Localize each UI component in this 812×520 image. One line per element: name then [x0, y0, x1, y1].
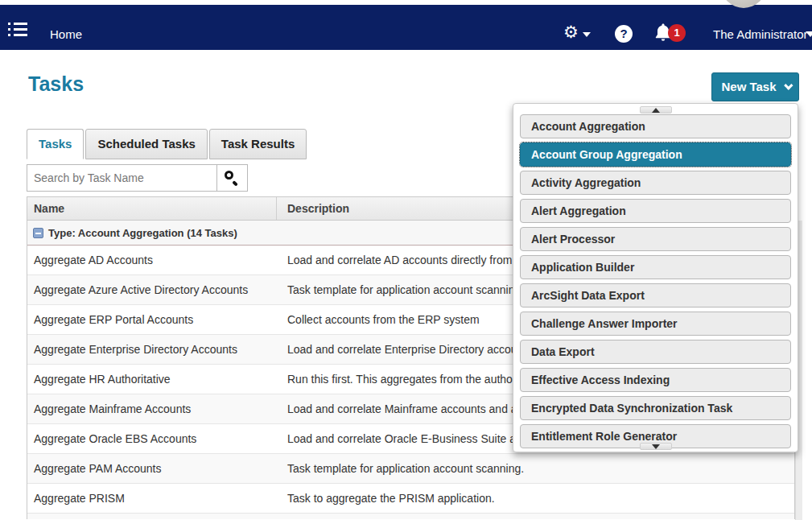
table-row[interactable]: Aggregate PRISM Task to aggregate the PR… — [27, 484, 794, 514]
notification-badge: 1 — [668, 24, 686, 42]
dropdown-item[interactable]: Alert Aggregation — [520, 199, 791, 223]
user-menu[interactable]: The Administrator — [713, 27, 808, 41]
search-icon — [225, 171, 239, 185]
dropdown-item[interactable]: Effective Access Indexing — [520, 368, 791, 392]
app-root: { "topbar": { "home_label": "Home", "use… — [0, 0, 812, 520]
dropdown-item[interactable]: Account Group Aggregation — [520, 142, 791, 167]
tab[interactable]: Task Results — [209, 129, 307, 159]
help-icon[interactable]: ? — [615, 25, 633, 43]
task-description-cell: Task template for application account sc… — [277, 454, 794, 483]
column-header-name[interactable]: Name — [27, 197, 277, 220]
dropdown-item[interactable]: Application Builder — [520, 255, 791, 279]
dropdown-item[interactable]: ArcSight Data Export — [520, 283, 791, 307]
dropdown-item[interactable]: Account Aggregation — [520, 114, 791, 138]
task-name-cell[interactable]: Aggregate PRISM — [27, 484, 277, 513]
arrow-down-icon — [652, 444, 660, 449]
dropdown-item[interactable]: Alert Processor — [520, 227, 791, 251]
task-description-cell: Task to aggregate the PRISM application. — [277, 484, 794, 513]
task-name-cell[interactable]: Aggregate Enterprise Directory Accounts — [27, 335, 277, 364]
user-caret-icon — [806, 31, 812, 37]
notifications-button[interactable]: 1 — [653, 23, 673, 43]
dropdown-item[interactable]: Data Export — [520, 340, 791, 364]
dropdown-item[interactable]: Activity Aggregation — [520, 171, 791, 195]
search-button[interactable] — [216, 164, 248, 192]
arrow-up-icon — [652, 108, 660, 113]
menu-list-icon[interactable] — [8, 22, 27, 38]
tab[interactable]: Tasks — [27, 129, 84, 159]
table-row[interactable]: Aggregate PAM Accounts Task template for… — [27, 454, 794, 484]
task-name-cell[interactable]: Aggregate Mainframe Accounts — [27, 394, 277, 423]
chevron-down-icon — [784, 81, 793, 90]
group-header-label: Type: Account Aggregation (14 Tasks) — [48, 227, 237, 239]
scroll-up-button[interactable] — [640, 106, 672, 113]
collapse-icon[interactable] — [33, 228, 43, 238]
table-row-partial — [27, 514, 794, 519]
tab[interactable]: Scheduled Tasks — [85, 129, 207, 159]
task-name-cell[interactable]: Aggregate HR Authoritative — [27, 365, 277, 394]
tab-strip: Tasks Scheduled Tasks Task Results — [27, 129, 308, 159]
chevron-down-icon — [583, 32, 591, 37]
task-name-cell[interactable]: Aggregate Oracle EBS Accounts — [27, 424, 277, 453]
scroll-down-button[interactable] — [640, 443, 672, 450]
dropdown-item[interactable]: Encrypted Data Synchronization Task — [520, 396, 791, 420]
new-task-button[interactable]: New Task — [711, 72, 799, 101]
new-task-dropdown: Account Aggregation Account Group Aggreg… — [513, 103, 798, 452]
page-title: Tasks — [28, 72, 84, 96]
task-name-cell[interactable]: Aggregate Azure Active Directory Account… — [27, 275, 277, 304]
search-input[interactable] — [27, 164, 217, 192]
nav-home-link[interactable]: Home — [50, 27, 82, 41]
task-name-cell[interactable]: Aggregate AD Accounts — [27, 246, 277, 274]
gear-icon: ⚙ — [563, 24, 579, 40]
settings-menu[interactable]: ⚙ — [563, 24, 591, 41]
dropdown-item[interactable]: Challenge Answer Importer — [520, 312, 791, 336]
task-name-cell[interactable]: Aggregate ERP Portal Accounts — [27, 305, 277, 334]
task-name-cell[interactable]: Aggregate PAM Accounts — [27, 454, 277, 483]
navbar: Home ⚙ ? 1 The Administrator — [0, 5, 812, 50]
